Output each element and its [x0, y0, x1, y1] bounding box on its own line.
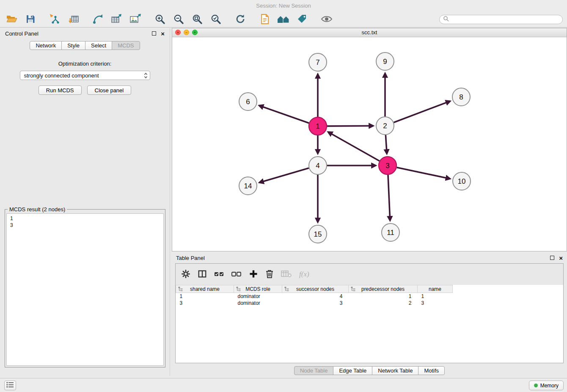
tab-mcds[interactable]: MCDS: [112, 41, 140, 50]
table-row[interactable]: 1 dominator 4 1 1: [176, 293, 564, 300]
mcds-result-list[interactable]: 1 3: [6, 213, 164, 366]
node-label: 7: [316, 58, 319, 66]
zoom-in-icon: [154, 14, 165, 26]
edge-2-3[interactable]: [385, 135, 387, 154]
column-header-mcds-role[interactable]: MCDS role: [234, 285, 282, 293]
save-session-button[interactable]: [21, 13, 40, 26]
zoom-out-button[interactable]: [169, 13, 188, 26]
function-builder-button[interactable]: f(x): [299, 270, 309, 279]
show-columns-button[interactable]: [198, 269, 207, 280]
node-6[interactable]: 6: [239, 93, 257, 110]
node-label: 11: [387, 229, 394, 237]
node-label: 3: [385, 162, 389, 170]
deselect-all-button[interactable]: [231, 270, 242, 279]
header-filler: [453, 285, 564, 293]
tab-select[interactable]: Select: [85, 41, 112, 50]
optimization-dropdown[interactable]: strongly connected component: [20, 71, 150, 80]
control-panel-tabs: Network Style Select MCDS: [0, 41, 170, 50]
refresh-layout-button[interactable]: [231, 13, 250, 26]
tab-edge-table[interactable]: Edge Table: [333, 366, 372, 375]
node-label: 4: [316, 162, 319, 170]
tab-network[interactable]: Network: [30, 41, 62, 50]
window-title: Session: New Session: [256, 3, 311, 9]
result-line: 1: [10, 215, 160, 222]
float-table-panel-icon[interactable]: [550, 256, 554, 260]
table-panel-title: Table Panel: [176, 255, 205, 261]
column-header-predecessor-nodes[interactable]: predecessor nodes: [349, 285, 418, 293]
column-header-shared-name[interactable]: shared name: [176, 285, 234, 293]
column-sort-icon: [351, 287, 355, 293]
node-3[interactable]: 3: [379, 157, 396, 174]
style-tag-button[interactable]: [293, 13, 311, 26]
node-7[interactable]: 7: [309, 53, 327, 71]
status-bar: Memory: [0, 378, 567, 392]
table-settings-button[interactable]: [181, 269, 190, 280]
node-1[interactable]: 1: [309, 117, 327, 135]
edge-3-10[interactable]: [397, 168, 450, 179]
clone-network-button[interactable]: [256, 13, 274, 26]
export-network-button[interactable]: [89, 13, 107, 26]
node-11[interactable]: 11: [382, 224, 399, 241]
cell-filler: [453, 300, 564, 306]
column-header-successor-nodes[interactable]: successor nodes: [282, 285, 349, 293]
column-header-name[interactable]: name: [418, 285, 453, 293]
node-10[interactable]: 10: [453, 172, 471, 190]
export-table-button[interactable]: [107, 13, 126, 26]
close-window-icon[interactable]: ×: [175, 30, 181, 35]
column-sort-icon: [236, 287, 241, 293]
node-label: 9: [383, 58, 387, 66]
tab-motifs[interactable]: Motifs: [418, 366, 445, 375]
zoom-selected-button[interactable]: [206, 13, 225, 26]
tab-style[interactable]: Style: [61, 41, 85, 50]
tab-network-table[interactable]: Network Table: [372, 366, 418, 375]
home-layout-button[interactable]: [274, 13, 293, 26]
export-image-button[interactable]: [126, 13, 145, 26]
memory-button[interactable]: Memory: [529, 381, 564, 390]
edge-2-8[interactable]: [394, 101, 450, 122]
zoom-fit-button[interactable]: [188, 13, 206, 26]
close-table-panel-icon[interactable]: ×: [559, 255, 563, 261]
network-graph[interactable]: 7968124310141511: [172, 37, 567, 251]
close-panel-icon[interactable]: ×: [161, 30, 165, 37]
table-row[interactable]: 3 dominator 3 2 3: [176, 300, 564, 306]
show-hide-button[interactable]: [317, 13, 336, 26]
node-4[interactable]: 4: [309, 157, 327, 174]
node-15[interactable]: 15: [309, 225, 327, 243]
run-mcds-button[interactable]: Run MCDS: [39, 86, 82, 95]
open-session-button[interactable]: [3, 13, 21, 26]
save-floppy-icon: [25, 14, 36, 25]
close-panel-button[interactable]: Close panel: [87, 86, 132, 95]
cell-name: 1: [418, 293, 453, 300]
table-frame: f(x) shared name MCDS role successor nod…: [175, 263, 564, 363]
import-network-button[interactable]: [46, 13, 64, 26]
edge-3-11[interactable]: [388, 175, 390, 221]
edge-3-1[interactable]: [328, 132, 379, 161]
cell-predecessor-nodes: 2: [349, 300, 418, 306]
node-9[interactable]: 9: [376, 52, 394, 70]
float-panel-icon[interactable]: [152, 31, 156, 36]
delete-column-button[interactable]: [265, 269, 274, 280]
select-all-button[interactable]: [214, 270, 224, 279]
mcds-result-title: MCDS result (2 nodes): [8, 206, 67, 213]
node-label: 6: [246, 98, 250, 106]
search-box[interactable]: [439, 15, 563, 24]
edge-4-14[interactable]: [259, 168, 309, 182]
delete-table-button[interactable]: [281, 270, 292, 279]
cell-filler: [453, 293, 564, 300]
task-history-button[interactable]: [4, 381, 16, 390]
node-2[interactable]: 2: [376, 117, 394, 135]
maximize-window-icon[interactable]: +: [192, 30, 198, 35]
zoom-in-button[interactable]: [151, 13, 169, 26]
minimize-window-icon[interactable]: −: [184, 30, 189, 35]
node-8[interactable]: 8: [452, 88, 470, 106]
node-14[interactable]: 14: [239, 177, 257, 195]
edge-1-6[interactable]: [259, 105, 309, 123]
home-icon: [277, 14, 290, 25]
edge-1-2[interactable]: [327, 126, 373, 126]
add-column-button[interactable]: [249, 269, 258, 280]
cell-mcds-role: dominator: [234, 300, 282, 306]
tab-node-table[interactable]: Node Table: [294, 366, 334, 375]
control-panel-header: Control Panel ×: [0, 28, 170, 39]
search-input[interactable]: [451, 16, 562, 23]
import-table-button[interactable]: [64, 13, 83, 26]
